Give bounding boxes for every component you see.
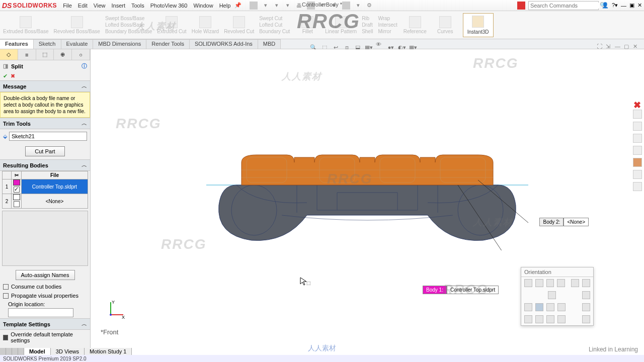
mirror[interactable]: Mirror — [378, 29, 397, 34]
ok-button[interactable]: ✔ — [3, 73, 8, 79]
orient-view4-icon[interactable] — [557, 279, 565, 287]
revolved-cut-button[interactable]: Revolved Cut — [224, 16, 254, 34]
tp-appearances-icon[interactable] — [633, 158, 642, 167]
rebuild-icon[interactable]: ▾ — [354, 2, 362, 10]
menu-edit[interactable]: Edit — [78, 3, 88, 9]
menu-photoview[interactable]: PhotoView 360 — [150, 3, 188, 9]
instant3d-button[interactable]: Instant3D — [463, 13, 494, 37]
menu-help[interactable]: Help — [219, 3, 231, 9]
vp-single-icon[interactable] — [524, 315, 532, 323]
cut-part-button[interactable]: Cut Part — [25, 146, 64, 156]
body1-callout[interactable]: Body 1: Controller Top.sldprt — [423, 286, 499, 294]
tp-resources-icon[interactable] — [633, 110, 642, 119]
fillet-button[interactable]: Fillet — [295, 16, 320, 34]
options-icon[interactable]: ⚙ — [365, 2, 373, 10]
tab-render[interactable]: Render Tools — [146, 39, 190, 49]
pm-tab-feature[interactable]: ◇ — [0, 49, 18, 60]
search-input[interactable] — [530, 3, 600, 9]
override-option[interactable]: Override default template settings — [0, 330, 90, 345]
orient-view2-icon[interactable] — [535, 279, 543, 287]
tab-mbd-dim[interactable]: MBD Dimensions — [93, 39, 146, 49]
tp-design-lib-icon[interactable] — [633, 122, 642, 131]
wrap[interactable]: Wrap — [378, 16, 397, 21]
lofted-boss[interactable]: Lofted Boss/Base — [105, 22, 152, 28]
origin-input[interactable] — [8, 308, 73, 317]
save-icon[interactable]: ▾ — [284, 2, 292, 10]
orient-back-icon[interactable] — [557, 303, 566, 311]
vp-2v-icon[interactable] — [546, 315, 554, 323]
tab-sketch[interactable]: Sketch — [34, 39, 61, 49]
shell[interactable]: Shell — [362, 29, 373, 34]
restore-icon[interactable]: ▣ — [629, 2, 634, 9]
pm-tab-2[interactable]: ○ — [72, 49, 90, 60]
rec-icon[interactable] — [517, 2, 525, 10]
new-icon[interactable]: ▾ — [262, 2, 270, 10]
orient-top-icon[interactable] — [548, 291, 556, 299]
graphics-area[interactable]: ✖ — [91, 49, 644, 351]
revolved-boss-button[interactable]: Revolved Boss/Base — [54, 16, 100, 34]
message-head[interactable]: Message︿ — [0, 80, 90, 92]
tab-addins[interactable]: SOLIDWORKS Add-Ins — [190, 39, 258, 49]
pm-tab-1[interactable]: ⊕ — [54, 49, 72, 60]
intersect[interactable]: Intersect — [378, 22, 397, 28]
open-icon[interactable]: ▾ — [273, 2, 281, 10]
hole-wizard-button[interactable]: Hole Wizard — [192, 16, 219, 34]
orient-view1-icon[interactable] — [524, 279, 532, 287]
swept-boss[interactable]: Swept Boss/Base — [105, 16, 152, 21]
orient-iso-icon[interactable] — [582, 291, 590, 299]
user-icon[interactable]: 👤 — [602, 2, 609, 9]
auto-assign-button[interactable]: Auto-assign Names — [16, 270, 75, 280]
tp-file-explorer-icon[interactable] — [633, 134, 642, 143]
menu-insert[interactable]: Insert — [111, 3, 125, 9]
table-row[interactable]: 1Controller Top.sldprt — [3, 179, 88, 194]
trim-input[interactable] — [9, 132, 87, 141]
tp-view-palette-icon[interactable] — [633, 146, 642, 155]
template-head[interactable]: Template Settings︿ — [0, 318, 90, 330]
menu-file[interactable]: File — [63, 3, 72, 9]
close-app-icon[interactable]: ✕ — [637, 2, 642, 9]
lofted-cut[interactable]: Lofted Cut — [259, 22, 290, 28]
reference-button[interactable]: Reference — [403, 16, 428, 34]
orient-normal-icon[interactable] — [582, 303, 590, 311]
tab-features[interactable]: Features — [0, 39, 34, 49]
draft[interactable]: Draft — [362, 22, 373, 28]
tp-forum-icon[interactable] — [633, 182, 642, 191]
trim-head[interactable]: Trim Tools︿ — [0, 118, 90, 129]
menu-tools[interactable]: Tools — [131, 3, 144, 9]
consume-option[interactable]: Consume cut bodies — [0, 282, 90, 291]
orient-right-icon[interactable] — [546, 303, 554, 311]
orient-pin-icon[interactable] — [582, 279, 590, 287]
table-row[interactable]: 2<None> — [3, 194, 88, 209]
help-icon[interactable]: ?▾ — [612, 2, 618, 9]
tab-evaluate[interactable]: Evaluate — [61, 39, 94, 49]
orient-cube-icon[interactable] — [571, 279, 579, 287]
vp-4-icon[interactable] — [557, 315, 566, 323]
pin-icon[interactable]: 📌 — [234, 2, 242, 9]
tp-custom-props-icon[interactable] — [633, 170, 642, 179]
linear-pattern-button[interactable]: Linear Pattern — [325, 16, 357, 34]
extruded-boss-button[interactable]: Extruded Boss/Base — [3, 16, 49, 34]
bodies-head[interactable]: Resulting Bodies︿ — [0, 159, 90, 171]
body2-callout[interactable]: Body 2: <None> — [539, 218, 589, 226]
orient-front-icon[interactable] — [535, 303, 543, 311]
curves-button[interactable]: Curves — [433, 16, 458, 34]
orientation-panel[interactable]: Orientation — [521, 267, 594, 326]
pm-close-icon[interactable]: ✖ — [633, 100, 641, 111]
tab-mbd[interactable]: MBD — [258, 39, 281, 49]
orient-left-icon[interactable] — [524, 303, 532, 311]
menu-window[interactable]: Window — [194, 3, 213, 9]
vp-2h-icon[interactable] — [535, 315, 543, 323]
command-search[interactable]: 🔍 — [528, 1, 599, 10]
pm-help-icon[interactable]: ⓘ — [82, 62, 87, 70]
boundary-boss[interactable]: Boundary Boss/Base — [105, 29, 152, 34]
rib[interactable]: Rib — [362, 16, 373, 21]
propagate-option[interactable]: Propagate visual properties — [0, 291, 90, 300]
pm-tab-config[interactable]: ≡ — [18, 49, 36, 60]
cancel-button[interactable]: ✖ — [11, 73, 15, 79]
boundary-cut[interactable]: Boundary Cut — [259, 29, 290, 34]
body1-value[interactable]: Controller Top.sldprt — [447, 286, 499, 294]
menu-view[interactable]: View — [94, 3, 106, 9]
swept-cut[interactable]: Swept Cut — [259, 16, 290, 21]
orient-view3-icon[interactable] — [546, 279, 554, 287]
extruded-cut-button[interactable]: Extruded Cut — [157, 16, 186, 34]
